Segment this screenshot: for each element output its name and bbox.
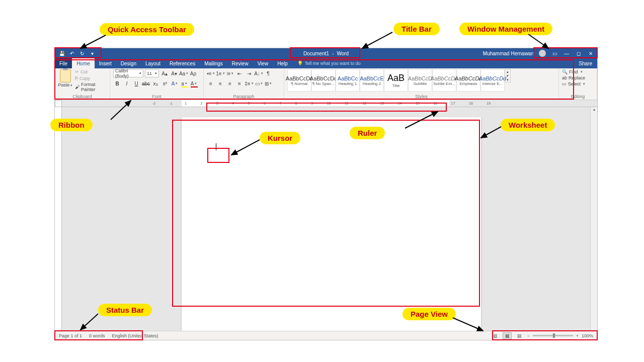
copy-button[interactable]: Copy (75, 75, 107, 81)
font-size-select[interactable]: 11▾ (145, 69, 159, 77)
lightbulb-icon: 💡 (297, 61, 303, 66)
tab-references[interactable]: References (165, 58, 200, 68)
ruler-row: -2-1 12345678910111213141516171819 (55, 100, 597, 107)
clear-formatting-button[interactable]: Aρ (189, 69, 197, 77)
redo-icon[interactable]: ↻ (79, 50, 85, 56)
bold-button[interactable]: B (113, 79, 121, 87)
doc-name: Document1 (303, 51, 329, 56)
highlight-button[interactable]: a (180, 79, 188, 87)
close-button[interactable]: ✕ (587, 51, 594, 56)
borders-button[interactable]: ⊞ (264, 79, 272, 87)
tab-insert[interactable]: Insert (95, 58, 116, 68)
underline-button[interactable]: U (132, 79, 140, 87)
multilevel-list-button[interactable]: ⁝≡ (226, 69, 234, 77)
horizontal-ruler[interactable]: -2-1 12345678910111213141516171819 (62, 100, 597, 107)
undo-icon[interactable]: ↶ (69, 50, 75, 56)
superscript-button[interactable]: x² (161, 79, 169, 87)
tab-design[interactable]: Design (116, 58, 141, 68)
sort-button[interactable]: A↓ (255, 69, 263, 77)
maximize-button[interactable]: ◻ (575, 51, 582, 56)
font-name-select[interactable]: Calibri (Body)▾ (113, 69, 143, 77)
ribbon-tabs: File Home Insert Design Layout Reference… (55, 58, 597, 68)
select-button[interactable]: ▭Select (562, 81, 585, 86)
numbering-button[interactable]: 1≡ (216, 69, 224, 77)
callout-ruler: Ruler (350, 127, 385, 139)
shading-button[interactable]: ▭ (255, 79, 263, 87)
callout-ribbon: Ribbon (50, 119, 93, 131)
app-name: Word (337, 51, 349, 56)
language-indicator[interactable]: English (United States) (112, 333, 158, 338)
tab-home[interactable]: Home (72, 58, 95, 68)
avatar[interactable] (539, 50, 546, 57)
page[interactable] (182, 117, 481, 331)
print-layout-button[interactable]: ▦ (503, 332, 512, 339)
vertical-ruler[interactable] (55, 107, 62, 331)
tab-file[interactable]: File (55, 58, 72, 68)
tell-me-search[interactable]: 💡 Tell me what you want to do (297, 58, 361, 68)
zoom-out-button[interactable]: − (527, 333, 529, 338)
callout-worksheet: Worksheet (501, 119, 555, 131)
strikethrough-button[interactable]: abc (142, 79, 150, 87)
page-indicator[interactable]: Page 1 of 1 (59, 333, 82, 338)
show-marks-button[interactable]: ¶ (264, 69, 272, 77)
tab-mailings[interactable]: Mailings (200, 58, 227, 68)
bullets-button[interactable]: •≡ (207, 69, 215, 77)
tab-view[interactable]: View (253, 58, 273, 68)
font-color-button[interactable]: A (190, 79, 198, 87)
paste-icon (60, 69, 71, 82)
cut-icon (75, 69, 79, 74)
vertical-scrollbar[interactable]: ▴ (590, 107, 597, 331)
cut-button[interactable]: Cut (75, 69, 107, 74)
shrink-font-button[interactable]: A▾ (170, 69, 178, 77)
style-emphasis[interactable]: AaBbCcDdEmphasis (456, 69, 480, 92)
style-subtle-emphasis[interactable]: AaBbCcDdSubtle Em... (432, 69, 456, 92)
save-icon[interactable]: 💾 (59, 50, 65, 56)
web-layout-button[interactable]: ▤ (515, 332, 524, 339)
replace-button[interactable]: abReplace (562, 75, 585, 80)
increase-indent-button[interactable]: ⇥ (245, 69, 253, 77)
style-no-spacing[interactable]: AaBbCcDd¶ No Spac... (311, 69, 336, 92)
change-case-button[interactable]: Aa (180, 69, 188, 77)
ribbon-display-button[interactable]: ▭ (551, 51, 558, 56)
group-font: Calibri (Body)▾ 11▾ A▴ A▾ Aa Aρ B I U ab… (110, 68, 204, 100)
decrease-indent-button[interactable]: ⇤ (235, 69, 244, 77)
zoom-in-button[interactable]: + (576, 333, 579, 338)
zoom-level[interactable]: 100% (582, 333, 593, 338)
style-normal[interactable]: AaBbCcDd¶ Normal (287, 69, 311, 92)
paste-button[interactable]: Paste (58, 69, 73, 87)
align-left-button[interactable]: ≡ (207, 79, 215, 87)
italic-button[interactable]: I (123, 79, 131, 87)
style-title[interactable]: AaBTitle (384, 69, 408, 92)
line-spacing-button[interactable]: ‡≡ (245, 79, 253, 87)
document-area: ▴ (55, 107, 597, 331)
align-right-button[interactable]: ≡ (226, 79, 234, 87)
align-center-button[interactable]: ≡ (216, 79, 224, 87)
subscript-button[interactable]: x₂ (151, 79, 159, 87)
styles-gallery-scroll[interactable]: ▴▾▾ (505, 69, 511, 82)
read-mode-button[interactable]: ▥ (491, 332, 500, 339)
select-icon: ▭ (562, 81, 567, 86)
qat-dropdown-icon[interactable]: ▾ (89, 50, 95, 56)
minimize-button[interactable]: — (563, 51, 570, 56)
tab-review[interactable]: Review (227, 58, 253, 68)
share-button[interactable]: Share (574, 58, 597, 68)
justify-button[interactable]: ≡ (235, 79, 244, 87)
tab-layout[interactable]: Layout (141, 58, 165, 68)
style-subtitle[interactable]: AaBbCcDSubtitle (408, 69, 432, 92)
text-cursor (216, 143, 216, 150)
zoom-slider[interactable] (533, 335, 573, 336)
replace-icon: ab (562, 75, 567, 80)
format-painter-button[interactable]: Format Painter (75, 82, 107, 92)
find-button[interactable]: 🔍Find (562, 69, 585, 74)
style-heading-1[interactable]: AaBbCcHeading 1 (336, 69, 360, 92)
text-effects-button[interactable]: A (171, 79, 179, 87)
style-intense-emphasis[interactable]: AaBbCcDdIntense E... (480, 69, 505, 92)
word-count[interactable]: 0 words (89, 333, 105, 338)
grow-font-button[interactable]: A▴ (160, 69, 169, 77)
status-bar: Page 1 of 1 0 words English (United Stat… (55, 331, 597, 340)
brush-icon (75, 84, 79, 89)
callout-kursor: Kursor (260, 132, 300, 144)
tab-help[interactable]: Help (273, 58, 292, 68)
style-heading-2[interactable]: AaBbCcEHeading 2 (360, 69, 384, 92)
scroll-up-icon[interactable]: ▴ (591, 107, 597, 114)
